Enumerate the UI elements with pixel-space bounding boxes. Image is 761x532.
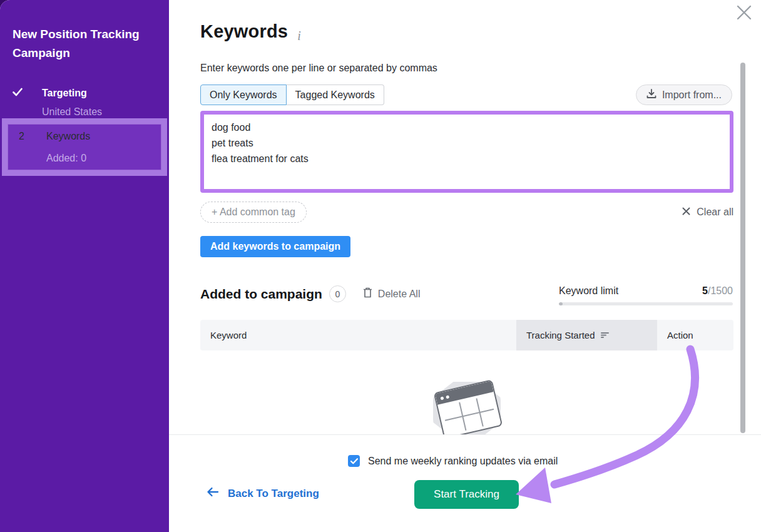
sidebar: New Position Tracking Campaign Targeting… — [0, 0, 169, 532]
keyword-limit-used: 5 — [702, 285, 708, 296]
column-tracking-started-label: Tracking Started — [526, 330, 595, 340]
keywords-table-header: Keyword Tracking Started Action — [200, 320, 733, 350]
step-keywords-count: Added: 0 — [46, 153, 161, 170]
delete-all-label: Delete All — [378, 289, 421, 300]
tab-tagged-keywords[interactable]: Tagged Keywords — [287, 84, 384, 105]
page-title: Keywords — [200, 21, 288, 42]
sidebar-item-keywords-highlight: 2 Keywords Added: 0 — [2, 118, 167, 176]
check-icon — [13, 86, 42, 100]
delete-all-button[interactable]: Delete All — [363, 287, 421, 300]
x-icon — [682, 207, 690, 218]
added-to-campaign-heading: Added to campaign — [200, 287, 322, 302]
clear-all-button[interactable]: Clear all — [682, 207, 733, 218]
step-keywords-label: Keywords — [46, 131, 161, 148]
arrow-left-icon — [207, 487, 219, 500]
main-content: Keywords i Enter keywords one per line o… — [169, 0, 761, 532]
added-count-badge: 0 — [329, 285, 346, 302]
scrollbar[interactable] — [740, 63, 745, 433]
keyword-type-tabs: Only Keywords Tagged Keywords — [200, 84, 384, 105]
download-icon — [646, 89, 656, 101]
step-targeting-value: United States — [42, 105, 169, 119]
campaign-title: New Position Tracking Campaign — [0, 0, 169, 63]
keyword-limit: Keyword limit 5/1500 — [559, 285, 733, 305]
sort-descending-icon — [601, 330, 610, 340]
keyword-limit-label: Keyword limit — [559, 285, 618, 297]
import-from-label: Import from... — [662, 90, 722, 101]
tab-only-keywords[interactable]: Only Keywords — [200, 84, 287, 105]
checkmark-icon — [350, 458, 358, 464]
start-tracking-button[interactable]: Start Tracking — [414, 480, 519, 509]
email-updates-checkbox[interactable] — [348, 455, 360, 467]
back-to-targeting-link[interactable]: Back To Targeting — [207, 487, 319, 500]
column-tracking-started[interactable]: Tracking Started — [516, 320, 657, 350]
column-action: Action — [657, 320, 733, 350]
sidebar-item-keywords[interactable]: 2 Keywords Added: 0 — [8, 124, 161, 170]
keyword-limit-total: /1500 — [708, 285, 733, 296]
empty-table-illustration — [433, 379, 502, 439]
browser-window-icon — [434, 379, 503, 439]
email-updates-label: Send me weekly ranking updates via email — [368, 456, 558, 467]
back-to-targeting-label: Back To Targeting — [228, 488, 319, 500]
step-number: 2 — [19, 131, 46, 148]
tab-only-keywords-label: Only Keywords — [210, 90, 277, 101]
tab-tagged-keywords-label: Tagged Keywords — [295, 90, 375, 101]
keywords-instruction: Enter keywords one per line or separated… — [200, 63, 437, 74]
step-targeting-label: Targeting — [42, 86, 169, 100]
keyword-limit-progressbar — [559, 302, 733, 305]
info-icon[interactable]: i — [297, 29, 301, 43]
keywords-input[interactable]: dog food pet treats flea treatment for c… — [200, 111, 733, 193]
trash-icon — [363, 287, 372, 300]
add-common-tag-button[interactable]: + Add common tag — [200, 202, 307, 223]
import-from-button[interactable]: Import from... — [636, 84, 732, 105]
column-keyword: Keyword — [200, 320, 516, 350]
new-campaign-modal: New Position Tracking Campaign Targeting… — [0, 0, 761, 532]
clear-all-label: Clear all — [697, 207, 733, 218]
keyword-limit-progress-fill — [559, 302, 563, 305]
sidebar-item-targeting[interactable]: Targeting United States — [0, 86, 169, 119]
add-keywords-button[interactable]: Add keywords to campaign — [200, 236, 350, 257]
close-icon[interactable] — [736, 4, 752, 21]
modal-footer: Send me weekly ranking updates via email… — [169, 434, 761, 532]
